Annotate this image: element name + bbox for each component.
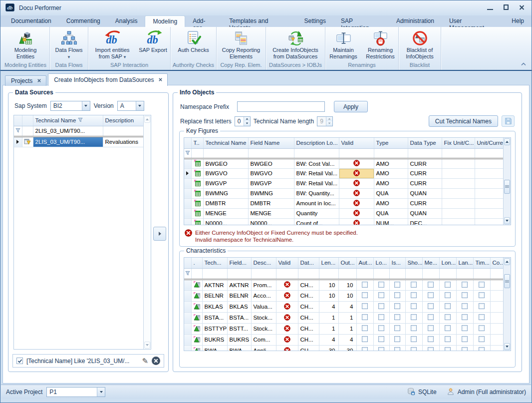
column-header-tech-[interactable]: Tech... xyxy=(202,258,227,268)
checkbox[interactable] xyxy=(428,292,434,298)
cell-length[interactable]: 1 xyxy=(319,323,338,334)
cell-flag[interactable] xyxy=(473,279,490,290)
datasource-row[interactable]: 2LIS_03_UM/T90...Revaluations xyxy=(14,136,146,147)
maximize-button[interactable] xyxy=(503,4,510,10)
cell-valid[interactable] xyxy=(276,312,298,323)
cell-flag[interactable] xyxy=(422,323,439,334)
cell-flag[interactable] xyxy=(356,312,373,323)
cell-fix-unit[interactable] xyxy=(442,198,475,208)
scrollbar-thumb[interactable] xyxy=(504,180,510,194)
checkbox[interactable] xyxy=(378,314,384,320)
scroll-up-icon[interactable] xyxy=(504,138,510,145)
cell-flag[interactable] xyxy=(405,323,422,334)
column-header-technical-name[interactable]: Technical Name xyxy=(33,115,103,126)
checkbox[interactable] xyxy=(479,314,485,320)
scroll-down-icon[interactable] xyxy=(504,343,510,350)
tab-close-icon[interactable] xyxy=(158,76,163,83)
filter-cell[interactable] xyxy=(338,268,356,279)
checkbox[interactable] xyxy=(411,292,417,298)
cell-flag[interactable] xyxy=(422,290,439,301)
technical-name-length-spinner[interactable]: 9 xyxy=(317,116,333,126)
checkbox[interactable] xyxy=(428,336,434,342)
cell-flag[interactable] xyxy=(405,290,422,301)
cell-field-name[interactable]: MENGE xyxy=(248,208,294,218)
cell-flag[interactable] xyxy=(456,279,473,290)
filter-cell[interactable] xyxy=(251,268,276,279)
cell-field-name[interactable]: BSTA... xyxy=(227,312,251,323)
cell-technical-name[interactable]: N0000... xyxy=(203,218,248,225)
collapse-ribbon-icon[interactable] xyxy=(521,60,527,67)
filter-cell[interactable] xyxy=(422,268,439,279)
cell-data-type[interactable]: CH... xyxy=(298,301,319,312)
checkbox[interactable] xyxy=(445,292,451,298)
menu-tab-commenting[interactable]: Commenting xyxy=(59,15,108,27)
chevron-down-icon[interactable] xyxy=(97,388,105,397)
menu-tab-templates-and-variants[interactable]: Templates and Variants xyxy=(222,15,296,27)
cell-flag[interactable] xyxy=(356,323,373,334)
checkbox[interactable] xyxy=(479,282,485,288)
filter-cell[interactable] xyxy=(203,148,248,158)
key-figure-row[interactable]: MENGEMENGEQuantityQUAQUAN xyxy=(184,208,507,218)
cell-type[interactable]: AMO xyxy=(374,198,408,208)
filter-cell[interactable] xyxy=(456,268,473,279)
menu-tab-add-ons[interactable]: Add-ons xyxy=(185,15,222,27)
tab-close-icon[interactable] xyxy=(37,77,41,84)
checkbox[interactable] xyxy=(462,314,468,320)
checkbox[interactable] xyxy=(362,336,368,342)
key-figure-row[interactable]: BWGEOBWGEOBW: Cost Val...AMOCURR xyxy=(184,158,507,168)
data-flows-button[interactable]: Data Flows▾ xyxy=(51,28,87,62)
checkbox[interactable] xyxy=(428,314,434,320)
filter-cell[interactable] xyxy=(319,268,338,279)
save-button[interactable] xyxy=(502,115,515,127)
cell-technical-name[interactable]: BSTA... xyxy=(202,312,227,323)
cell-flag[interactable] xyxy=(356,290,373,301)
cell-description[interactable]: BW: Retail Val... xyxy=(294,178,339,188)
cell-flag[interactable] xyxy=(422,301,439,312)
column-header-field-name[interactable]: Field Name xyxy=(248,138,294,148)
create-infoobjects-from-datasources-button[interactable]: Create InfoObjects from DataSources xyxy=(267,28,324,62)
cell-technical-name[interactable]: MENGE xyxy=(203,208,248,218)
cell-valid[interactable] xyxy=(276,290,298,301)
cut-technical-names-button[interactable]: Cut Technical Names xyxy=(429,115,498,127)
cell-fix-unit[interactable] xyxy=(442,158,475,168)
menu-tab-settings[interactable]: Settings xyxy=(297,15,333,27)
cell-flag[interactable] xyxy=(373,301,389,312)
checkbox[interactable] xyxy=(394,325,400,331)
cell-technical-name[interactable]: BUKRS xyxy=(202,334,227,345)
renaming-restrictions-button[interactable]: Renaming Restrictions xyxy=(362,28,398,62)
sap-system-select[interactable]: BI2 xyxy=(50,101,90,111)
cell-output-length[interactable]: 4 xyxy=(338,301,356,312)
cell-data-type[interactable]: CH... xyxy=(298,312,319,323)
cell-technical-name[interactable]: BWA... xyxy=(202,345,227,351)
spinner-up-icon[interactable] xyxy=(244,117,250,121)
cell-flag[interactable] xyxy=(405,301,422,312)
cell-field-name[interactable]: AKTNR xyxy=(227,279,251,290)
cell-flag[interactable] xyxy=(389,301,405,312)
cell-technical-name[interactable]: BWGEO xyxy=(203,158,248,168)
cell-technical-name[interactable]: BWGVP xyxy=(203,178,248,188)
checkbox[interactable] xyxy=(479,325,485,331)
menu-tab-user-management[interactable]: User Management xyxy=(442,15,504,27)
checkbox[interactable] xyxy=(462,292,468,298)
cell-technical-name[interactable]: DMBTR xyxy=(203,198,248,208)
checkbox[interactable] xyxy=(378,347,384,351)
cell-flag[interactable] xyxy=(373,334,389,345)
cell-valid[interactable] xyxy=(276,345,298,351)
column-header--[interactable]: . xyxy=(191,258,202,268)
filter-row[interactable] xyxy=(184,148,507,158)
filter-cell[interactable] xyxy=(374,148,408,158)
checkbox[interactable] xyxy=(378,325,384,331)
edit-filter-icon[interactable]: ✎ xyxy=(142,357,148,365)
scroll-up-icon[interactable] xyxy=(144,116,150,123)
column-header-unit-curre-[interactable]: Unit/Curre... xyxy=(475,138,507,148)
cell-flag[interactable] xyxy=(389,345,405,351)
filter-cell[interactable] xyxy=(103,126,146,136)
cell-fix-unit[interactable] xyxy=(442,208,475,218)
filter-cell[interactable] xyxy=(373,268,389,279)
cell-output-length[interactable]: 4 xyxy=(338,334,356,345)
cell-flag[interactable] xyxy=(473,312,490,323)
replace-first-letters-spinner[interactable]: 0 xyxy=(235,116,251,126)
cell-flag[interactable] xyxy=(373,312,389,323)
column-header-me-[interactable]: Me... xyxy=(422,258,439,268)
cell-technical-name[interactable]: AKTNR xyxy=(202,279,227,290)
